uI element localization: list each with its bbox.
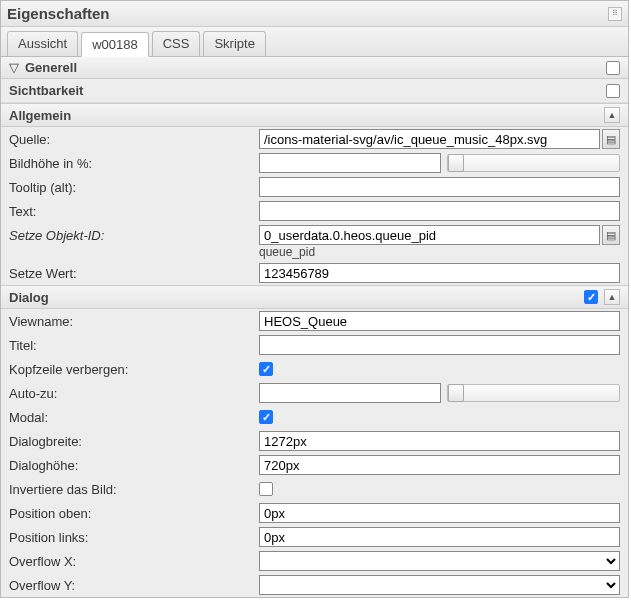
label-hoehe: Dialoghöhe:	[9, 458, 259, 473]
input-tooltip[interactable]	[259, 177, 620, 197]
row-quelle: Quelle: ▤	[1, 127, 628, 151]
input-objektid[interactable]	[259, 225, 600, 245]
collapse-icon-dialog[interactable]: ▲	[604, 289, 620, 305]
label-posoben: Position oben:	[9, 506, 259, 521]
group-sichtbarkeit[interactable]: Sichtbarkeit	[1, 79, 628, 103]
tab-aussicht[interactable]: Aussicht	[7, 31, 78, 56]
input-viewname[interactable]	[259, 311, 620, 331]
group-dialog[interactable]: Dialog ▲	[1, 285, 628, 309]
filter-icon: ▽	[9, 60, 19, 75]
panel-header: Eigenschaften ⠿	[1, 1, 628, 27]
group-sichtbarkeit-checkbox[interactable]	[606, 84, 620, 98]
row-poslinks: Position links:	[1, 525, 628, 549]
checkbox-kopfzeile[interactable]	[259, 362, 273, 376]
label-breite: Dialogbreite:	[9, 434, 259, 449]
slider-handle-autozu[interactable]	[448, 384, 464, 402]
label-invertiere: Invertiere das Bild:	[9, 482, 259, 497]
label-wert: Setze Wert:	[9, 266, 259, 281]
picker-quelle[interactable]: ▤	[602, 129, 620, 149]
row-invertiere: Invertiere das Bild:	[1, 477, 628, 501]
row-modal: Modal:	[1, 405, 628, 429]
object-picker-icon: ▤	[606, 229, 616, 242]
input-text[interactable]	[259, 201, 620, 221]
row-autozu: Auto-zu:	[1, 381, 628, 405]
group-dialog-title: Dialog	[9, 290, 49, 305]
hint-objektid: queue_pid	[1, 245, 628, 259]
label-tooltip: Tooltip (alt):	[9, 180, 259, 195]
input-hoehe[interactable]	[259, 455, 620, 475]
row-overflowx: Overflow X:	[1, 549, 628, 573]
tab-widget[interactable]: w00188	[81, 32, 149, 57]
panel-title: Eigenschaften	[7, 5, 110, 22]
checkbox-invertiere[interactable]	[259, 482, 273, 496]
label-text: Text:	[9, 204, 259, 219]
label-kopfzeile: Kopfzeile verbergen:	[9, 362, 259, 377]
picker-objektid[interactable]: ▤	[602, 225, 620, 245]
row-posoben: Position oben:	[1, 501, 628, 525]
group-allgemein[interactable]: Allgemein ▲	[1, 103, 628, 127]
row-objektid: Setze Objekt-ID: ▤	[1, 223, 628, 247]
slider-autozu[interactable]	[447, 384, 621, 402]
group-generell[interactable]: ▽ Generell	[1, 57, 628, 79]
group-generell-title: Generell	[25, 60, 77, 75]
label-overflowy: Overflow Y:	[9, 578, 259, 593]
label-overflowx: Overflow X:	[9, 554, 259, 569]
input-breite[interactable]	[259, 431, 620, 451]
select-overflowy[interactable]	[259, 575, 620, 595]
input-quelle[interactable]	[259, 129, 600, 149]
input-wert[interactable]	[259, 263, 620, 283]
label-quelle: Quelle:	[9, 132, 259, 147]
tabs: Aussicht w00188 CSS Skripte	[1, 27, 628, 57]
slider-handle[interactable]	[448, 154, 464, 172]
row-text: Text:	[1, 199, 628, 223]
select-overflowx[interactable]	[259, 551, 620, 571]
label-poslinks: Position links:	[9, 530, 259, 545]
folder-icon: ▤	[606, 133, 616, 146]
collapse-icon[interactable]: ▲	[604, 107, 620, 123]
slider-bildhoehe[interactable]	[447, 154, 621, 172]
label-modal: Modal:	[9, 410, 259, 425]
row-kopfzeile: Kopfzeile verbergen:	[1, 357, 628, 381]
label-objektid: Setze Objekt-ID:	[9, 228, 259, 243]
row-overflowy: Overflow Y:	[1, 573, 628, 597]
row-tooltip: Tooltip (alt):	[1, 175, 628, 199]
input-titel[interactable]	[259, 335, 620, 355]
label-viewname: Viewname:	[9, 314, 259, 329]
panel-content: ▽ Generell Sichtbarkeit Allgemein ▲ Quel…	[1, 57, 628, 597]
row-breite: Dialogbreite:	[1, 429, 628, 453]
input-posoben[interactable]	[259, 503, 620, 523]
group-generell-checkbox[interactable]	[606, 61, 620, 75]
group-dialog-checkbox[interactable]	[584, 290, 598, 304]
panel-menu-icon[interactable]: ⠿	[608, 7, 622, 21]
input-autozu[interactable]	[259, 383, 441, 403]
properties-panel: Eigenschaften ⠿ Aussicht w00188 CSS Skri…	[0, 0, 629, 598]
tab-css[interactable]: CSS	[152, 31, 201, 56]
row-hoehe: Dialoghöhe:	[1, 453, 628, 477]
label-titel: Titel:	[9, 338, 259, 353]
row-viewname: Viewname:	[1, 309, 628, 333]
label-autozu: Auto-zu:	[9, 386, 259, 401]
row-wert: Setze Wert:	[1, 261, 628, 285]
row-titel: Titel:	[1, 333, 628, 357]
checkbox-modal[interactable]	[259, 410, 273, 424]
input-bildhoehe[interactable]	[259, 153, 441, 173]
row-bildhoehe: Bildhöhe in %:	[1, 151, 628, 175]
label-bildhoehe: Bildhöhe in %:	[9, 156, 259, 171]
tab-skripte[interactable]: Skripte	[203, 31, 265, 56]
group-sichtbarkeit-title: Sichtbarkeit	[9, 83, 83, 98]
group-allgemein-title: Allgemein	[9, 108, 71, 123]
input-poslinks[interactable]	[259, 527, 620, 547]
